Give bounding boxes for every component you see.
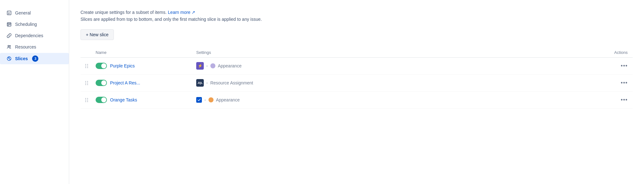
sidebar-item-slices[interactable]: Slices 3 [0,53,69,64]
description-line1: Create unique settings for a subset of i… [80,10,167,15]
settings-cell-purple-epics: ⚡ - Appearance [194,62,345,70]
slices-icon [6,56,12,61]
sidebar-label-scheduling: Scheduling [15,22,37,27]
main-content: Create unique settings for a subset of i… [69,0,644,184]
sidebar-label-general: General [15,10,31,15]
orange-color-dot [208,97,214,102]
svg-point-6 [8,45,9,47]
sidebar: General Scheduling Dependencies [0,0,69,184]
slices-badge: 3 [32,55,38,62]
actions-cell-orange-tasks: ••• [345,95,633,105]
table-row: Project A Res... JQL - Resource Assignme… [80,75,633,92]
new-slice-button[interactable]: + New slice [80,29,114,40]
col-actions: Actions [345,50,633,55]
slice-name-orange-tasks[interactable]: Orange Tasks [110,97,137,102]
link-icon [6,33,12,38]
actions-cell-purple-epics: ••• [345,61,633,71]
learn-more-link[interactable]: Learn more ↗ [168,10,195,15]
dash-3: - [204,97,206,102]
slice-name-purple-epics[interactable]: Purple Epics [110,63,135,68]
calendar-icon [6,21,12,27]
col-name: Name [93,50,194,55]
drag-handle[interactable] [80,98,93,102]
actions-cell-project-a: ••• [345,78,633,88]
settings-icon [6,10,12,16]
description-line2: Slices are applied from top to bottom, a… [80,17,262,22]
drag-dots-icon [85,64,88,68]
sidebar-label-dependencies: Dependencies [15,33,43,38]
sidebar-item-resources[interactable]: Resources [0,42,69,52]
settings-label-purple-epics: Appearance [218,63,242,68]
sidebar-item-dependencies[interactable]: Dependencies [0,30,69,41]
name-cell: Project A Res... [93,80,194,86]
jql-badge: JQL [196,79,204,87]
more-button-project-a[interactable]: ••• [618,78,630,88]
name-cell: Orange Tasks [93,97,194,103]
drag-handle[interactable] [80,64,93,68]
settings-cell-orange-tasks: - Appearance [194,97,345,103]
svg-point-4 [10,25,10,25]
toggle-project-a[interactable] [96,80,107,86]
lightning-badge: ⚡ [196,62,204,70]
drag-dots-icon [85,98,88,102]
settings-label-orange-tasks: Appearance [216,97,240,102]
table-row: Orange Tasks - Appearance ••• [80,92,633,109]
drag-dots-icon [85,81,88,85]
toggle-orange-tasks[interactable] [96,97,107,103]
col-drag [80,50,93,55]
sidebar-label-slices: Slices [15,56,28,61]
settings-cell-project-a: JQL - Resource Assignment [194,79,345,87]
toggle-purple-epics[interactable] [96,63,107,69]
slices-table: Name Settings Actions Purple Epics ⚡ - [80,48,633,109]
svg-point-7 [10,46,11,47]
description: Create unique settings for a subset of i… [80,9,633,23]
checkbox-badge [196,97,202,103]
dash-2: - [206,80,208,85]
table-header: Name Settings Actions [80,48,633,58]
svg-point-5 [8,26,8,26]
svg-point-3 [9,25,9,25]
lightning-icon: ⚡ [198,64,203,68]
sidebar-item-scheduling[interactable]: Scheduling [0,19,69,30]
people-icon [6,44,12,50]
more-button-purple-epics[interactable]: ••• [618,61,630,71]
slice-name-project-a[interactable]: Project A Res... [110,80,140,85]
sidebar-item-general[interactable]: General [0,8,69,18]
svg-point-2 [8,25,8,25]
dash-1: - [206,63,208,68]
sidebar-label-resources: Resources [15,44,36,49]
drag-handle[interactable] [80,81,93,85]
purple-color-dot [210,63,215,68]
more-button-orange-tasks[interactable]: ••• [618,95,630,105]
name-cell: Purple Epics [93,63,194,69]
table-row: Purple Epics ⚡ - Appearance ••• [80,58,633,75]
col-settings: Settings [194,50,345,55]
settings-label-project-a: Resource Assignment [210,80,253,85]
